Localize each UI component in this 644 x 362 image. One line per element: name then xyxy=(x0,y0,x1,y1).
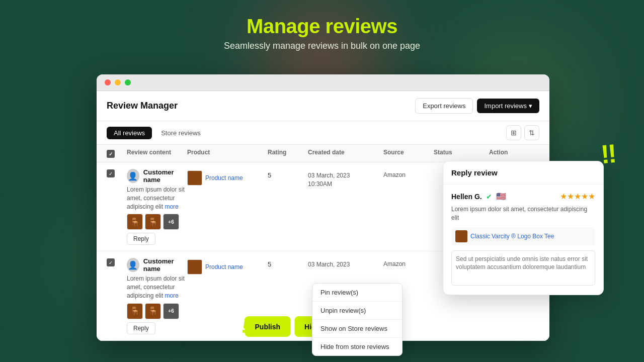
reply-textarea[interactable] xyxy=(451,250,595,286)
reviewer-info-row: Hellen G. ✔ 🇺🇸 ★★★★★ xyxy=(451,192,595,201)
row1-customer-name: Customer name xyxy=(143,168,187,184)
review-img-more: +6 xyxy=(163,214,179,230)
row1-date: 03 March, 2023 10:30AM xyxy=(308,168,383,189)
row1-review-text: Lorem ipsum dolor sit amet, consectetur … xyxy=(127,186,187,211)
row2-review-content: 👤 Customer name Lorem ipsum dolor sit am… xyxy=(127,257,187,334)
tabs-right: ⊞ ⇅ xyxy=(506,125,539,140)
row1-review-images: 🪑 🪑 +6 xyxy=(127,214,187,230)
reply-panel-body: Hellen G. ✔ 🇺🇸 ★★★★★ Lorem ipsum dolor s… xyxy=(443,185,603,295)
verified-icon: ✔ xyxy=(486,193,492,201)
row1-product-cell: Product name xyxy=(187,168,268,186)
decoration-exclaim-top: ‼ xyxy=(599,140,617,168)
review-img-2: 🪑 xyxy=(145,214,161,230)
context-pin[interactable]: Pin review(s) xyxy=(312,284,402,301)
context-hide-store[interactable]: Hide from store reviews xyxy=(312,338,402,355)
top-bar: Review Manager Export reviews Import rev… xyxy=(97,91,549,121)
dot-maximize[interactable] xyxy=(125,79,131,85)
tab-store-reviews[interactable]: Store reviews xyxy=(154,127,208,139)
row2-avatar: 👤 xyxy=(127,258,139,272)
top-actions: Export reviews Import reviews ▾ xyxy=(415,98,539,114)
row2-customer-name: Customer name xyxy=(143,257,187,273)
col-source: Source xyxy=(383,149,434,158)
search-filter-icon[interactable]: ⊞ xyxy=(506,125,521,140)
browser-chrome xyxy=(97,74,549,91)
reviewer-product-img xyxy=(455,230,467,242)
row2-rating: 5 xyxy=(268,257,308,268)
col-rating: Rating xyxy=(268,149,308,158)
page-title: Manage reviews xyxy=(0,15,644,38)
row1-more-link[interactable]: more xyxy=(165,203,178,210)
table-header: ✓ Review content Product Rating Created … xyxy=(97,145,549,162)
context-menu: Pin review(s) Unpin review(s) Show on St… xyxy=(312,283,403,356)
row2-reply-button[interactable]: Reply xyxy=(127,322,155,334)
reviewer-name: Hellen G. xyxy=(451,193,482,201)
row2-checkbox[interactable]: ✓ xyxy=(107,258,115,266)
context-show-store[interactable]: Show on Store reviews xyxy=(312,320,402,337)
page-header: Manage reviews Seamlessly manage reviews… xyxy=(0,15,644,51)
flag-icon: 🇺🇸 xyxy=(496,192,506,201)
sort-icon[interactable]: ⇅ xyxy=(524,125,539,140)
header-check: ✓ xyxy=(107,149,127,158)
tabs-left: All reviews Store reviews xyxy=(107,127,208,139)
app-title: Review Manager xyxy=(107,101,178,111)
export-button[interactable]: Export reviews xyxy=(415,98,473,114)
page-subtitle: Seamlessly manage reviews in bulk on one… xyxy=(0,41,644,51)
col-review-content: Review content xyxy=(127,149,187,158)
context-unpin[interactable]: Unpin review(s) xyxy=(312,302,402,319)
review-img-more2: +6 xyxy=(163,303,179,319)
col-product: Product xyxy=(187,149,268,158)
row1-checkbox[interactable]: ✓ xyxy=(107,169,115,177)
col-status: Status xyxy=(434,149,489,158)
row1-product-img xyxy=(187,170,202,186)
row1-source: Amazon xyxy=(383,168,434,178)
row2-product-link[interactable]: Product name xyxy=(205,263,243,270)
reviewer-text: Lorem ipsum dolor sit amet, consectetur … xyxy=(451,205,595,222)
row1-review-content: 👤 Customer name Lorem ipsum dolor sit am… xyxy=(127,168,187,245)
row2-more-link[interactable]: more xyxy=(165,292,178,299)
row2-product-img xyxy=(187,259,202,275)
review-img-4: 🪑 xyxy=(145,303,161,319)
row2-source: Amazon xyxy=(383,257,434,267)
import-button[interactable]: Import reviews ▾ xyxy=(477,99,539,113)
reviewer-product-name: Classic Varcity ® Logo Box Tee xyxy=(470,233,554,240)
row2-review-images: 🪑 🪑 +6 xyxy=(127,303,187,319)
row1-check: ✓ xyxy=(107,168,127,177)
tabs-bar: All reviews Store reviews ⊞ ⇅ xyxy=(97,121,549,145)
row2-product-cell: Product name xyxy=(187,257,268,275)
select-all-checkbox[interactable]: ✓ xyxy=(107,150,115,158)
row1-avatar: 👤 xyxy=(127,169,139,183)
review-img-3: 🪑 xyxy=(127,303,143,319)
row2-date: 03 March, 2023 xyxy=(308,257,383,269)
reply-panel-title: Reply review xyxy=(443,161,603,185)
row1-reply-button[interactable]: Reply xyxy=(127,233,155,245)
dot-close[interactable] xyxy=(105,79,111,85)
row2-check: ✓ xyxy=(107,257,127,266)
review-img-1: 🪑 xyxy=(127,214,143,230)
reply-panel: Reply review Hellen G. ✔ 🇺🇸 ★★★★★ Lorem … xyxy=(443,161,604,295)
col-action: Action xyxy=(489,149,539,158)
tab-all-reviews[interactable]: All reviews xyxy=(107,127,152,139)
reviewer-stars: ★★★★★ xyxy=(560,192,595,201)
row2-review-text: Lorem ipsum dolor sit amet, consectetur … xyxy=(127,275,187,300)
col-date: Created date xyxy=(308,149,383,158)
row1-rating: 5 xyxy=(268,168,308,179)
reviewer-product-row: Classic Varcity ® Logo Box Tee xyxy=(451,227,595,245)
dot-minimize[interactable] xyxy=(115,79,121,85)
row1-product-link[interactable]: Product name xyxy=(205,174,243,182)
chevron-down-icon: ▾ xyxy=(529,102,532,110)
